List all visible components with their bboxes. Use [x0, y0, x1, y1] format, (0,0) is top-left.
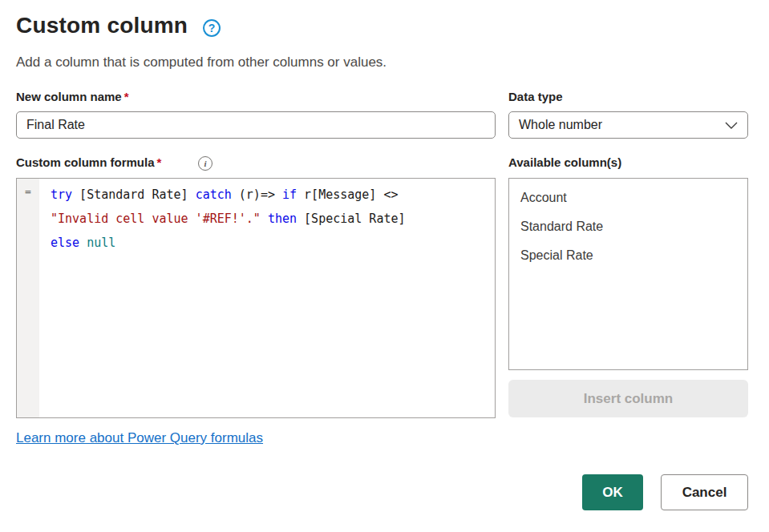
code-segment: then [268, 212, 297, 226]
list-item[interactable]: Account [509, 183, 747, 212]
required-asterisk: * [157, 155, 162, 169]
formula-gutter: = [17, 179, 39, 417]
new-column-name-label: New column name* [16, 90, 129, 103]
formula-label: Custom column formula* [16, 155, 161, 169]
code-segment: if [282, 187, 297, 202]
chevron-down-icon [725, 118, 738, 132]
formula-code-area[interactable]: try [Standard Rate] catch (r)=> if r[Mes… [39, 179, 495, 417]
info-icon[interactable]: i [198, 156, 212, 171]
formula-line: "Invalid cell value '#REF!'." then [Spec… [51, 207, 495, 231]
insert-column-button[interactable]: Insert column [508, 380, 748, 417]
available-columns-listbox[interactable]: Account Standard Rate Special Rate [508, 178, 748, 370]
code-segment: else [51, 236, 79, 250]
data-type-label: Data type [508, 90, 563, 103]
code-segment: try [51, 187, 72, 202]
custom-column-dialog: Custom column ? Add a column that is com… [0, 0, 769, 532]
list-item[interactable]: Special Rate [509, 241, 747, 270]
required-asterisk: * [124, 90, 129, 103]
code-segment [261, 212, 268, 226]
code-segment: r[Message] <> [297, 187, 398, 202]
page-title: Custom column [16, 13, 188, 38]
formula-editor[interactable]: = try [Standard Rate] catch (r)=> if r[M… [16, 178, 496, 418]
available-columns-label: Available column(s) [508, 155, 621, 169]
equals-sign: = [25, 185, 31, 197]
formula-label-text: Custom column formula [16, 155, 155, 169]
data-type-dropdown[interactable]: Whole number [508, 111, 748, 139]
new-column-name-label-text: New column name [16, 90, 122, 103]
new-column-name-input[interactable] [16, 111, 496, 139]
formula-line: else null [51, 231, 495, 255]
code-segment: (r)=> [232, 187, 282, 202]
data-type-selected-value: Whole number [519, 118, 602, 132]
ok-button[interactable]: OK [582, 474, 643, 510]
code-segment [79, 236, 87, 250]
code-segment: null [87, 236, 115, 250]
code-segment: [Standard Rate] [72, 187, 196, 202]
code-segment: "Invalid cell value '#REF!'." [51, 212, 261, 226]
code-segment: [Special Rate] [297, 212, 405, 226]
dialog-subtitle: Add a column that is computed from other… [16, 54, 387, 71]
cancel-button[interactable]: Cancel [661, 474, 748, 510]
formula-line: try [Standard Rate] catch (r)=> if r[Mes… [51, 183, 495, 207]
list-item[interactable]: Standard Rate [509, 212, 747, 241]
code-segment: catch [196, 187, 232, 202]
learn-more-link[interactable]: Learn more about Power Query formulas [16, 430, 263, 446]
help-icon[interactable]: ? [203, 19, 221, 37]
